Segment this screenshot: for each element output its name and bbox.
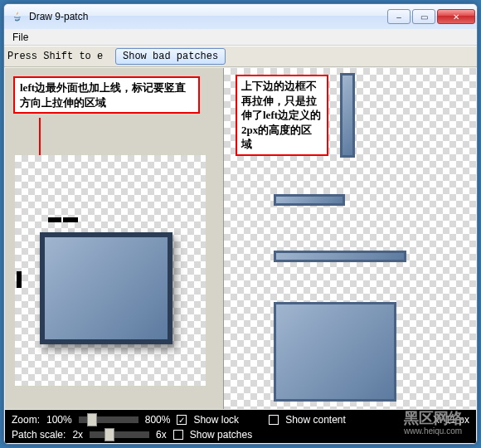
show-bad-patches-button[interactable]: Show bad patches xyxy=(115,48,226,65)
annotation-left: left边最外面也加上线，标记要竖直方向上拉伸的区域 xyxy=(13,76,200,114)
show-content-checkbox[interactable] xyxy=(269,415,279,425)
app-window: Draw 9-patch – ▭ ✕ File Press Shift to e… xyxy=(3,3,478,445)
editor-sprite[interactable] xyxy=(40,232,172,344)
statusbar: Zoom: 100% 800% ✓ Show lock Show content… xyxy=(5,410,476,443)
menu-file[interactable]: File xyxy=(7,31,33,44)
show-patches-checkbox[interactable] xyxy=(173,430,183,440)
toolbar: Press Shift to e Show bad patches xyxy=(4,46,477,67)
show-content-label: Show content xyxy=(285,414,346,426)
patch-scale-min: 2x xyxy=(72,429,83,441)
minimize-button[interactable]: – xyxy=(387,9,411,24)
zoom-max: 800% xyxy=(145,414,171,426)
close-button[interactable]: ✕ xyxy=(437,9,475,24)
editor-pane[interactable]: left边最外面也加上线，标记要竖直方向上拉伸的区域 xyxy=(5,68,224,409)
window-title: Draw 9-patch xyxy=(29,11,387,22)
show-patches-label: Show patches xyxy=(190,429,252,441)
cursor-coords: X: 11 px xyxy=(433,414,469,426)
nine-patch-left-marker[interactable] xyxy=(17,271,22,288)
show-lock-checkbox[interactable]: ✓ xyxy=(177,415,187,425)
toolbar-hint: Press Shift to e xyxy=(7,51,115,62)
zoom-min: 100% xyxy=(46,414,72,426)
zoom-label: Zoom: xyxy=(12,414,40,426)
titlebar[interactable]: Draw 9-patch – ▭ ✕ xyxy=(4,4,477,29)
patch-scale-label: Patch scale: xyxy=(12,429,66,441)
preview-sprite-horizontal xyxy=(274,251,406,262)
window-controls: – ▭ ✕ xyxy=(387,9,475,24)
workspace: left边最外面也加上线，标记要竖直方向上拉伸的区域 上下边的边框不再拉伸，只是… xyxy=(5,68,476,409)
nine-patch-top-marker[interactable] xyxy=(48,217,61,222)
maximize-button[interactable]: ▭ xyxy=(412,9,435,24)
preview-sprite-square xyxy=(274,302,396,402)
java-icon xyxy=(11,10,24,23)
preview-sprite-vertical xyxy=(340,73,355,158)
preview-sprite-horizontal xyxy=(274,194,345,206)
preview-pane: 上下边的边框不再拉伸，只是拉伸了left边定义的2px的高度的区域 xyxy=(224,68,476,409)
patch-scale-max: 6x xyxy=(156,429,167,441)
patch-scale-slider[interactable] xyxy=(90,431,149,438)
zoom-slider[interactable] xyxy=(79,416,138,423)
annotation-right: 上下边的边框不再拉伸，只是拉伸了left边定义的2px的高度的区域 xyxy=(236,75,328,156)
nine-patch-top-marker[interactable] xyxy=(63,217,78,222)
menubar: File xyxy=(4,29,477,46)
show-lock-label: Show lock xyxy=(193,414,239,426)
